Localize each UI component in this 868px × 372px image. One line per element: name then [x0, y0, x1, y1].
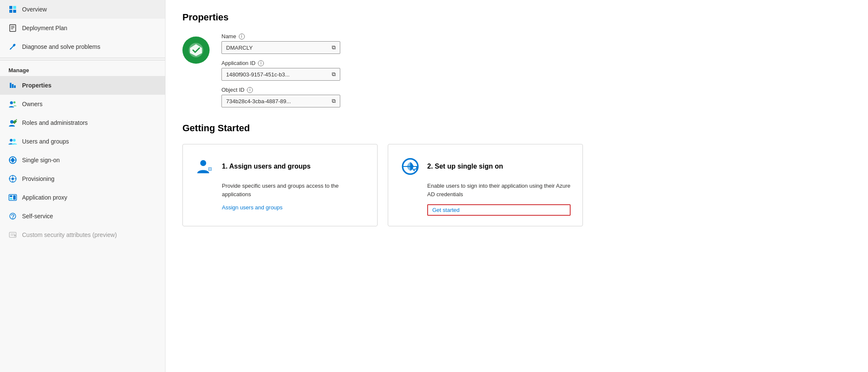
object-id-input[interactable]: 734b28c4-3cba-4887-89... ⧉	[221, 95, 340, 107]
svg-rect-2	[9, 10, 12, 13]
proxy-icon	[8, 193, 17, 202]
manage-section-label: Manage	[0, 60, 165, 76]
sso-icon	[8, 156, 17, 164]
object-id-label: Object ID i	[221, 87, 340, 93]
app-id-label: Application ID i	[221, 60, 340, 66]
svg-rect-1	[13, 6, 16, 9]
object-id-info-icon[interactable]: i	[247, 87, 253, 93]
owners-icon	[8, 100, 17, 108]
properties-section: Name i DMARCLY ⧉ Application ID i 1480f9…	[182, 33, 851, 107]
svg-rect-31	[14, 235, 16, 237]
sidebar-item-label: Application proxy	[22, 194, 67, 201]
svg-point-33	[200, 160, 206, 166]
svg-rect-11	[12, 84, 14, 88]
sidebar-item-deployment[interactable]: Deployment Plan	[0, 19, 165, 37]
sidebar-item-label: Custom security attributes (preview)	[22, 231, 117, 238]
card-assign-users: 1. Assign users and groups Provide speci…	[182, 144, 378, 226]
svg-point-14	[14, 101, 16, 104]
sidebar-item-properties[interactable]: Properties	[0, 76, 165, 95]
app-id-input[interactable]: 1480f903-9157-451c-b3... ⧉	[221, 68, 340, 81]
svg-rect-25	[13, 195, 16, 200]
self-service-icon	[8, 212, 17, 220]
svg-rect-23	[10, 195, 12, 197]
svg-point-9	[10, 48, 11, 49]
sidebar-item-label: Self-service	[22, 213, 53, 220]
wrench-icon	[8, 42, 17, 51]
cards-container: 1. Assign users and groups Provide speci…	[182, 144, 851, 226]
svg-rect-10	[10, 83, 11, 88]
sidebar-item-overview[interactable]: Overview	[0, 0, 165, 19]
svg-point-15	[10, 120, 14, 124]
sidebar-item-custom-security[interactable]: Custom security attributes (preview)	[0, 225, 165, 244]
sidebar-item-provisioning[interactable]: Provisioning	[0, 169, 165, 188]
name-info-icon[interactable]: i	[239, 34, 245, 39]
get-started-link[interactable]: Get started	[427, 204, 571, 216]
sidebar-item-label: Deployment Plan	[22, 25, 67, 31]
card-sso-description: Enable users to sign into their applicat…	[427, 182, 571, 198]
card-sso: 2. Set up single sign on Enable users to…	[388, 144, 583, 226]
card-sso-header: 2. Set up single sign on	[400, 156, 571, 177]
svg-rect-12	[14, 85, 16, 88]
svg-point-27	[12, 218, 13, 219]
app-id-info-icon[interactable]: i	[258, 60, 264, 66]
sso-card-icon	[400, 156, 420, 177]
page-title: Properties	[182, 12, 851, 23]
object-id-field-group: Object ID i 734b28c4-3cba-4887-89... ⧉	[221, 87, 340, 107]
sidebar-item-label: Properties	[22, 82, 51, 89]
book-icon	[8, 24, 17, 32]
svg-rect-4	[10, 25, 16, 31]
svg-rect-0	[9, 6, 12, 9]
svg-point-17	[13, 139, 15, 141]
app-id-field-group: Application ID i 1480f903-9157-451c-b3..…	[221, 60, 340, 81]
custom-security-icon	[8, 231, 17, 239]
app-id-copy-icon[interactable]: ⧉	[332, 71, 336, 78]
bars-icon	[8, 81, 17, 90]
sidebar-item-label: Overview	[22, 6, 47, 13]
name-copy-icon[interactable]: ⧉	[332, 44, 336, 51]
svg-rect-3	[13, 10, 16, 13]
provisioning-icon	[8, 175, 17, 183]
getting-started-title: Getting Started	[182, 123, 851, 134]
sidebar-item-label: Users and groups	[22, 138, 69, 145]
sidebar-item-owners[interactable]: Owners	[0, 95, 165, 113]
name-input[interactable]: DMARCLY ⧉	[221, 41, 340, 54]
card-assign-users-description: Provide specific users and groups access…	[222, 182, 365, 198]
sidebar-item-app-proxy[interactable]: Application proxy	[0, 188, 165, 207]
object-id-copy-icon[interactable]: ⧉	[332, 98, 336, 104]
sidebar-item-users-groups[interactable]: Users and groups	[0, 132, 165, 151]
sidebar-item-label: Provisioning	[22, 175, 54, 182]
card-sso-title: 2. Set up single sign on	[427, 163, 503, 170]
sidebar: Overview Deployment Plan Diagnose and so…	[0, 0, 165, 372]
app-logo	[182, 37, 210, 64]
sidebar-item-label: Roles and administrators	[22, 119, 88, 126]
sidebar-item-sso[interactable]: Single sign-on	[0, 151, 165, 169]
name-label: Name i	[221, 33, 340, 39]
properties-fields: Name i DMARCLY ⧉ Application ID i 1480f9…	[221, 33, 340, 107]
svg-point-21	[11, 178, 14, 180]
users-icon	[8, 137, 17, 146]
sidebar-item-label: Owners	[22, 101, 42, 107]
sidebar-item-self-service[interactable]: Self-service	[0, 207, 165, 225]
grid-icon	[8, 5, 17, 14]
assign-users-icon	[195, 156, 215, 177]
sidebar-item-label: Single sign-on	[22, 157, 60, 163]
role-icon	[8, 118, 17, 127]
card-assign-users-header: 1. Assign users and groups	[195, 156, 365, 177]
assign-users-link[interactable]: Assign users and groups	[222, 204, 365, 211]
sidebar-item-roles[interactable]: Roles and administrators	[0, 113, 165, 132]
sidebar-item-diagnose[interactable]: Diagnose and solve problems	[0, 37, 165, 56]
svg-point-16	[10, 139, 12, 141]
name-field-group: Name i DMARCLY ⧉	[221, 33, 340, 54]
svg-point-13	[10, 101, 13, 104]
sidebar-item-label: Diagnose and solve problems	[22, 43, 100, 50]
card-assign-users-title: 1. Assign users and groups	[222, 163, 311, 170]
svg-rect-24	[10, 198, 12, 200]
main-content: Properties Name i DMARCLY ⧉	[165, 0, 868, 372]
